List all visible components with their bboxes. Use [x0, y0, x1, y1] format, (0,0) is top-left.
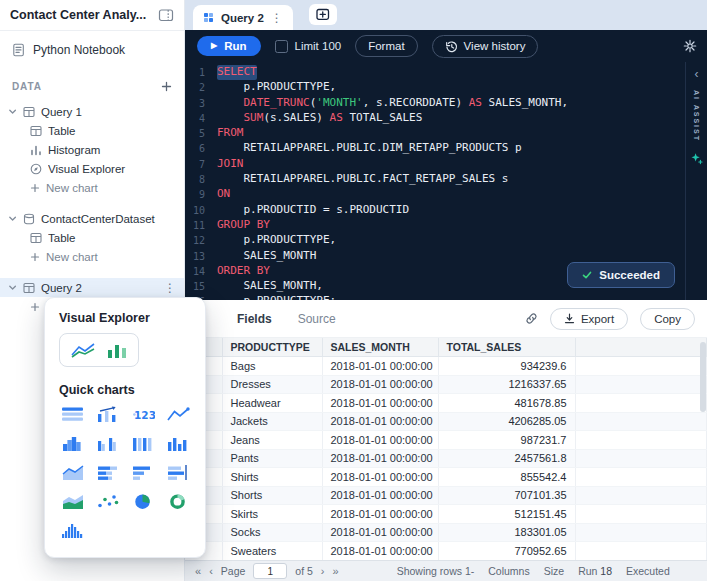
cell-total-sales[interactable]: 2457561.8 — [438, 449, 575, 468]
quick-chart-table-chart[interactable] — [55, 405, 90, 423]
cell-producttype[interactable]: Bags — [222, 357, 322, 376]
cell-total-sales[interactable]: 987231.7 — [438, 431, 575, 450]
cell-sales-month[interactable]: 2018-01-01 00:00:00 — [322, 394, 438, 413]
sidebar-item-contactcenterdataset[interactable]: ContactCenterDataset — [0, 209, 184, 228]
results-scrollbar[interactable] — [700, 342, 706, 552]
first-page-icon[interactable]: « — [195, 566, 201, 577]
cell-total-sales[interactable]: 481678.85 — [438, 394, 575, 413]
tab-query-2[interactable]: Query 2 ⋮ — [193, 5, 293, 30]
add-data-icon[interactable] — [161, 81, 172, 92]
cell-total-sales[interactable]: 512151.45 — [438, 505, 575, 524]
limit-checkbox[interactable] — [275, 40, 288, 53]
cell-producttype[interactable]: Shirts — [222, 468, 322, 487]
ai-sparkle-icon[interactable] — [690, 152, 703, 165]
quick-chart-stacked-hbar[interactable] — [90, 463, 125, 481]
cell-total-sales[interactable]: 183301.05 — [438, 523, 575, 542]
cell-producttype[interactable]: Jeans — [222, 431, 322, 450]
cell-sales-month[interactable]: 2018-01-01 00:00:00 — [322, 431, 438, 450]
quick-chart-donut-chart[interactable] — [160, 492, 195, 510]
tab-menu-icon[interactable]: ⋮ — [271, 12, 283, 24]
quick-chart-bar-arrow-chart[interactable] — [90, 405, 125, 423]
limit-toggle[interactable]: Limit 100 — [275, 40, 342, 53]
table-row[interactable]: Jackets2018-01-01 00:00:004206285.05 — [185, 412, 707, 431]
ai-assist-panel[interactable]: ‹ AI ASSIST — [685, 62, 707, 300]
quick-chart-column-chart[interactable] — [160, 434, 195, 452]
table-row[interactable]: Dresses2018-01-01 00:00:001216337.65 — [185, 375, 707, 394]
cell-total-sales[interactable]: 855542.4 — [438, 468, 575, 487]
sidebar-item-query-1[interactable]: Query 1 — [0, 102, 184, 121]
cell-producttype[interactable]: Jackets — [222, 412, 322, 431]
cell-producttype[interactable]: Skirts — [222, 505, 322, 524]
page-input[interactable] — [253, 563, 287, 579]
table-row[interactable]: Sweaters2018-01-01 00:00:00770952.65 — [185, 542, 707, 561]
cell-sales-month[interactable]: 2018-01-01 00:00:00 — [322, 412, 438, 431]
column-header-producttype[interactable]: PRODUCTTYPE — [222, 338, 322, 357]
sidebar-item-query-1-new-chart[interactable]: New chart — [0, 178, 184, 197]
tab-source[interactable]: Source — [298, 312, 336, 326]
cell-sales-month[interactable]: 2018-01-01 00:00:00 — [322, 523, 438, 542]
table-row[interactable]: Socks2018-01-01 00:00:00183301.05 — [185, 523, 707, 542]
last-page-icon[interactable]: » — [333, 566, 339, 577]
cell-sales-month[interactable]: 2018-01-01 00:00:00 — [322, 449, 438, 468]
quick-chart-grouped-column[interactable] — [90, 434, 125, 452]
sidebar-item-contactcenterdataset-new-chart[interactable]: New chart — [0, 247, 184, 266]
new-tab-button[interactable] — [309, 4, 337, 25]
cell-producttype[interactable]: Dresses — [222, 375, 322, 394]
scrollbar-thumb[interactable] — [700, 342, 706, 412]
quick-chart-hbar-chart[interactable] — [125, 463, 160, 481]
prev-page-icon[interactable]: ‹ — [209, 566, 213, 577]
cell-producttype[interactable]: Pants — [222, 449, 322, 468]
table-row[interactable]: Skirts2018-01-01 00:00:00512151.45 — [185, 505, 707, 524]
quick-chart-hbar-target[interactable] — [160, 463, 195, 481]
cell-producttype[interactable]: Socks — [222, 523, 322, 542]
table-row[interactable]: Headwear2018-01-01 00:00:00481678.85 — [185, 394, 707, 413]
sidebar-item-query-1-histogram[interactable]: Histogram — [0, 140, 184, 159]
sidebar-item-query-2[interactable]: Query 2⋮ — [0, 278, 184, 297]
cell-total-sales[interactable]: 770952.65 — [438, 542, 575, 561]
visual-explorer-tile[interactable] — [59, 333, 139, 367]
cell-sales-month[interactable]: 2018-01-01 00:00:00 — [322, 375, 438, 394]
table-row[interactable]: Shirts2018-01-01 00:00:00855542.4 — [185, 468, 707, 487]
quick-chart-histogram-chart[interactable] — [55, 434, 90, 452]
cell-sales-month[interactable]: 2018-01-01 00:00:00 — [322, 542, 438, 561]
quick-chart-area-chart[interactable] — [55, 463, 90, 481]
export-button[interactable]: Export — [550, 308, 628, 330]
quick-chart-scatter-chart[interactable] — [90, 492, 125, 510]
sidebar-item-contactcenterdataset-table[interactable]: Table — [0, 228, 184, 247]
item-menu-icon[interactable]: ⋮ — [164, 282, 176, 294]
column-header-total-sales[interactable]: TOTAL_SALES — [438, 338, 575, 357]
run-button[interactable]: ▶ Run — [197, 36, 261, 56]
cell-sales-month[interactable]: 2018-01-01 00:00:00 — [322, 357, 438, 376]
sidebar-item-query-1-table[interactable]: Table — [0, 121, 184, 140]
cell-total-sales[interactable]: 934239.6 — [438, 357, 575, 376]
cell-sales-month[interactable]: 2018-01-01 00:00:00 — [322, 468, 438, 487]
quick-chart-big-number[interactable]: 123 — [125, 405, 160, 423]
cell-sales-month[interactable]: 2018-01-01 00:00:00 — [322, 505, 438, 524]
cell-total-sales[interactable]: 1216337.65 — [438, 375, 575, 394]
ai-collapse-icon[interactable]: ‹ — [695, 68, 699, 80]
columns-label[interactable]: Columns — [488, 565, 529, 577]
sidebar-item-python-notebook[interactable]: Python Notebook — [0, 31, 184, 61]
quick-chart-line-chart[interactable] — [160, 405, 195, 423]
cell-producttype[interactable]: Sweaters — [222, 542, 322, 561]
settings-gear-icon[interactable] — [683, 39, 697, 53]
quick-chart-distribution-chart[interactable] — [55, 521, 90, 539]
copy-button[interactable]: Copy — [640, 308, 695, 330]
cell-producttype[interactable]: Shorts — [222, 486, 322, 505]
column-header-sales-month[interactable]: SALES_MONTH — [322, 338, 438, 357]
quick-chart-stacked-area[interactable] — [55, 492, 90, 510]
tab-fields[interactable]: Fields — [237, 312, 272, 326]
sidebar-item-query-1-visual-explorer[interactable]: Visual Explorer — [0, 159, 184, 178]
cell-total-sales[interactable]: 4206285.05 — [438, 412, 575, 431]
table-row[interactable]: Pants2018-01-01 00:00:002457561.8 — [185, 449, 707, 468]
next-page-icon[interactable]: › — [321, 566, 325, 577]
table-row[interactable]: Bags2018-01-01 00:00:00934239.6 — [185, 357, 707, 376]
cell-sales-month[interactable]: 2018-01-01 00:00:00 — [322, 486, 438, 505]
cell-producttype[interactable]: Headwear — [222, 394, 322, 413]
table-row[interactable]: Jeans2018-01-01 00:00:00987231.7 — [185, 431, 707, 450]
link-icon[interactable] — [525, 312, 538, 325]
view-history-button[interactable]: View history — [432, 35, 539, 58]
quick-chart-pie-chart[interactable] — [125, 492, 160, 510]
panel-collapse-icon[interactable] — [158, 7, 174, 23]
format-button[interactable]: Format — [355, 35, 417, 57]
